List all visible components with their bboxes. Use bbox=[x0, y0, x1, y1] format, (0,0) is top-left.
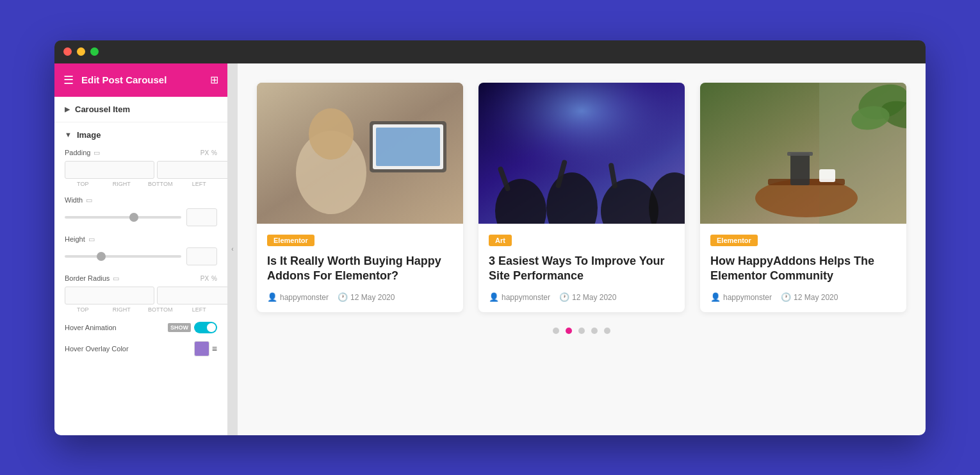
card-3-meta: 👤 happymonster 🕐 12 May 2020 bbox=[710, 292, 896, 302]
height-slider[interactable] bbox=[65, 255, 181, 258]
minimize-dot[interactable] bbox=[77, 47, 85, 56]
padding-percent-unit[interactable]: % bbox=[211, 149, 217, 156]
svg-point-2 bbox=[309, 108, 354, 160]
padding-label-text: Padding bbox=[65, 149, 90, 156]
card-3-author: 👤 happymonster bbox=[710, 292, 772, 302]
border-radius-label-left: Border Radius ▭ bbox=[65, 274, 119, 283]
card-2-category: Art bbox=[489, 235, 512, 246]
card-3-body: Elementor How HappyAddons Helps The Elem… bbox=[700, 224, 906, 313]
card-1-title: Is It Really Worth Buying Happy Addons F… bbox=[267, 254, 453, 284]
border-radius-inputs: 🔗 bbox=[65, 287, 217, 304]
carousel-dot-4[interactable] bbox=[591, 328, 598, 334]
br-right-label: RIGHT bbox=[104, 306, 140, 313]
br-top-label: TOP bbox=[65, 306, 101, 313]
carousel-item-label: Carousel Item bbox=[75, 104, 130, 114]
padding-monitor-icon: ▭ bbox=[94, 149, 100, 157]
padding-field: Padding ▭ PX % bbox=[65, 149, 217, 187]
browser-window: ☰ Edit Post Carousel ⊞ ▶ Carousel Item ▼… bbox=[54, 40, 926, 435]
border-radius-right-input[interactable] bbox=[157, 287, 227, 304]
padding-top-input[interactable] bbox=[65, 161, 154, 179]
height-label-row: Height ▭ bbox=[65, 235, 217, 244]
maximize-dot[interactable] bbox=[90, 47, 99, 56]
right-panel: Elementor Is It Really Worth Buying Happ… bbox=[238, 63, 926, 435]
br-left-label: LEFT bbox=[181, 306, 218, 313]
card-3-category: Elementor bbox=[710, 235, 758, 246]
left-panel: ☰ Edit Post Carousel ⊞ ▶ Carousel Item ▼… bbox=[54, 63, 227, 435]
border-radius-sublabels: TOP RIGHT BOTTOM LEFT bbox=[65, 306, 217, 313]
card-1-image bbox=[257, 83, 463, 224]
card-3-date: 🕐 12 May 2020 bbox=[781, 292, 838, 302]
padding-inputs: 🔗 bbox=[65, 161, 217, 179]
padding-left-label: LEFT bbox=[181, 181, 218, 187]
carousel-card-3: Elementor How HappyAddons Helps The Elem… bbox=[700, 83, 906, 313]
card-3-image bbox=[700, 83, 906, 224]
card-3-date-text: 12 May 2020 bbox=[794, 293, 838, 302]
width-value-input[interactable]: 600 bbox=[186, 208, 217, 226]
padding-px-unit[interactable]: PX bbox=[200, 149, 209, 156]
image-section-label: Image bbox=[77, 130, 101, 140]
hamburger-icon[interactable]: ☰ bbox=[63, 73, 74, 87]
carousel-dot-3[interactable] bbox=[578, 328, 585, 334]
collapse-handle[interactable]: ‹ bbox=[227, 63, 238, 435]
card-1-meta: 👤 happymonster 🕐 12 May 2020 bbox=[267, 292, 453, 302]
padding-bottom-label: BOTTOM bbox=[142, 181, 179, 187]
width-slider-row: 600 bbox=[65, 208, 217, 226]
author-icon-3: 👤 bbox=[710, 292, 721, 302]
hover-animation-row: Hover Animation SHOW bbox=[65, 322, 217, 333]
card-1-author: 👤 happymonster bbox=[267, 292, 329, 302]
carousel-dot-1[interactable] bbox=[553, 328, 559, 334]
color-picker-icon[interactable]: ≡ bbox=[212, 344, 217, 354]
border-radius-field: Border Radius ▭ PX % bbox=[65, 274, 217, 313]
border-radius-unit-row: PX % bbox=[200, 275, 217, 282]
hover-animation-show-label: SHOW bbox=[168, 323, 191, 332]
hover-overlay-color-swatch[interactable] bbox=[194, 341, 209, 356]
card-3-title: How HappyAddons Helps The Elementor Comm… bbox=[710, 254, 896, 284]
grid-icon[interactable]: ⊞ bbox=[210, 74, 218, 86]
padding-label-left: Padding ▭ bbox=[65, 149, 100, 157]
card-3-author-text: happymonster bbox=[723, 293, 772, 302]
width-label-left: Width ▭ bbox=[65, 196, 92, 204]
card-2-image bbox=[478, 83, 685, 224]
carousel-grid: Elementor Is It Really Worth Buying Happ… bbox=[257, 83, 906, 313]
width-field: Width ▭ 600 bbox=[65, 196, 217, 226]
border-radius-top-input[interactable] bbox=[65, 287, 154, 304]
browser-titlebar bbox=[54, 40, 926, 63]
width-slider[interactable] bbox=[65, 216, 181, 219]
padding-unit-row: PX % bbox=[200, 149, 217, 156]
hover-animation-toggle[interactable] bbox=[194, 322, 217, 333]
hover-animation-label: Hover Animation bbox=[65, 324, 117, 331]
image-section-title[interactable]: ▼ Image bbox=[65, 130, 217, 140]
carousel-dot-5[interactable] bbox=[604, 328, 610, 334]
date-icon-2: 🕐 bbox=[559, 292, 569, 302]
card-1-author-text: happymonster bbox=[280, 293, 329, 302]
carousel-item-arrow: ▶ bbox=[65, 105, 70, 113]
carousel-dot-2[interactable] bbox=[566, 328, 572, 334]
padding-label-row: Padding ▭ PX % bbox=[65, 149, 217, 157]
br-bottom-label: BOTTOM bbox=[142, 306, 179, 313]
svg-rect-20 bbox=[787, 152, 813, 156]
panel-title: Edit Post Carousel bbox=[81, 74, 202, 85]
border-radius-percent-unit[interactable]: % bbox=[211, 275, 217, 282]
image-section-arrow: ▼ bbox=[65, 131, 72, 138]
image-section: ▼ Image Padding ▭ PX % bbox=[54, 122, 227, 364]
card-2-meta: 👤 happymonster 🕐 12 May 2020 bbox=[489, 292, 674, 302]
border-radius-px-unit[interactable]: PX bbox=[200, 275, 209, 282]
height-field: Height ▭ 300 bbox=[65, 235, 217, 265]
carousel-card-2: Art 3 Easiest Ways To Improve Your Site … bbox=[478, 83, 685, 313]
card-2-date-text: 12 May 2020 bbox=[572, 293, 616, 302]
padding-sublabels: TOP RIGHT BOTTOM LEFT bbox=[65, 181, 217, 187]
border-radius-label-text: Border Radius bbox=[65, 274, 110, 282]
svg-rect-21 bbox=[819, 169, 835, 182]
padding-right-label: RIGHT bbox=[104, 181, 140, 187]
carousel-card-1: Elementor Is It Really Worth Buying Happ… bbox=[257, 83, 463, 313]
height-value-input[interactable]: 300 bbox=[186, 247, 217, 265]
svg-rect-5 bbox=[376, 128, 440, 166]
height-label-left: Height ▭ bbox=[65, 235, 95, 244]
padding-top-label: TOP bbox=[65, 181, 101, 187]
carousel-item-section-header[interactable]: ▶ Carousel Item bbox=[54, 97, 227, 122]
width-monitor-icon: ▭ bbox=[86, 196, 92, 204]
carousel-dots bbox=[257, 328, 906, 340]
padding-right-input[interactable] bbox=[157, 161, 227, 179]
close-dot[interactable] bbox=[63, 47, 72, 56]
width-label-row: Width ▭ bbox=[65, 196, 217, 204]
